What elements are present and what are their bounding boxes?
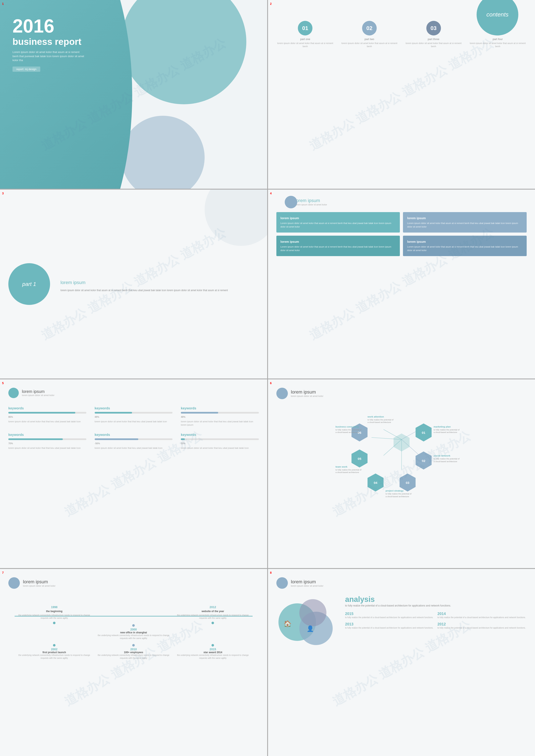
contents-item-3: 03 part three lorem ipsum dolor sit amet… [405, 21, 463, 48]
kw-percent-1: 86% [8, 416, 86, 418]
slide-2-number: 2 [270, 2, 272, 5]
tl-desc-2012: the underlying network connectivity infr… [173, 614, 252, 620]
svg-text:project strategy: project strategy [385, 489, 404, 492]
tl-desc-2002: the underlying network connectivity infr… [14, 654, 94, 660]
svg-text:05: 05 [358, 457, 361, 461]
tl-item-2002: 2002 first product launch the underlying… [14, 644, 94, 660]
tl-event-2012: website of the year [173, 610, 252, 613]
tl-desc-star: the underlying network connectivity infr… [173, 654, 252, 660]
kw-bar-bg-4 [8, 438, 86, 440]
kw-bar-3 [181, 412, 218, 413]
svg-text:to fully realize the potential: to fully realize the potential of [335, 469, 361, 471]
tl-event-2010: 100+ employees [94, 651, 173, 654]
slide-8-number: 8 [270, 571, 272, 574]
slide-8-analysis: analysis to fully realize the potential … [345, 595, 527, 630]
svg-text:a cloud-based architecture: a cloud-based architecture [335, 431, 359, 434]
ay-2015: 2015 to fully realize the potential of a… [345, 612, 435, 619]
tl-year-2015: 2015 [173, 648, 252, 651]
tl-item-2010: 2010 100+ employees the underlying netwo… [94, 644, 173, 660]
tl-year-2000: 2000 [94, 628, 173, 631]
ay-2013: 2013 to fully realize the potential of a… [345, 622, 435, 630]
svg-text:a cloud-based architecture: a cloud-based architecture [434, 431, 457, 434]
slide-5-circle [8, 388, 19, 398]
kw-bar-1 [8, 412, 75, 413]
contents-desc-2: lorem ipsum dolor sit amet kolor that as… [340, 42, 398, 48]
slide-8-title: lorem ipsum [291, 579, 324, 585]
kw-bar-bg-1 [8, 412, 86, 413]
tl-item-2012: 2012 website of the year the underlying … [173, 605, 252, 640]
slide-6-circle [276, 388, 288, 399]
slide-5-title: lorem ipsum [22, 389, 54, 394]
ay-2014: 2014 to fully realize the potential of a… [437, 612, 527, 619]
slide-5-number: 5 [2, 381, 4, 385]
svg-text:02: 02 [422, 459, 425, 462]
tl-year-1998: 1998 [14, 605, 94, 609]
slide-4-box-4-text: Lorem ipsum dolor sit amet kolor that as… [407, 245, 522, 252]
svg-text:to fully realize the potential: to fully realize the potential of [335, 429, 361, 431]
kw-bar-6 [181, 438, 185, 440]
ay-year-2014: 2014 [437, 612, 527, 616]
slide-4-box-2-title: lorem ipsum [407, 216, 522, 220]
slide-1-badge: report: mj design [13, 67, 40, 72]
slide-1-title: business report [13, 37, 255, 47]
kw-item-4: keywords 70% lorem ipsum dolor sit amet … [8, 433, 86, 450]
tl-year-2012: 2012 [173, 605, 252, 609]
svg-text:to fully realize the potential: to fully realize the potential of [434, 429, 459, 431]
analysis-title: analysis [345, 595, 527, 604]
slide-3: 3 part 1 lorem ipsum lorem ipsum dolor s… [0, 189, 267, 378]
slide-1: 1 2016 business report Lorem ipsum dolor… [0, 0, 267, 189]
slide-5-subtitle: lorem ipsum dolor sit amet kolor [22, 394, 54, 397]
tl-event-2000: new office in shanghai [94, 631, 173, 634]
kw-text-3: lorem ipsum dolor sit amet kolor that th… [181, 420, 259, 427]
tl-event-star: star award 2014 [173, 651, 252, 654]
slide-4-small-circle [285, 196, 297, 208]
kw-bar-bg-2 [95, 412, 173, 413]
slide-2: 2 contents 01 part one lorem ipsum dolor… [268, 0, 535, 189]
timeline-line [14, 616, 253, 616]
kw-label-1: keywords [8, 406, 86, 410]
slide-4-box-1-title: lorem ipsum [281, 216, 396, 220]
slide-4-title: lorem ipsum [295, 198, 527, 203]
svg-text:to fully realize the potential: to fully realize the potential of [385, 492, 411, 495]
slide-5-title-area: lorem ipsum lorem ipsum dolor sit amet k… [22, 389, 54, 397]
slide-5-header: lorem ipsum lorem ipsum dolor sit amet k… [8, 388, 259, 398]
svg-text:business consulting: business consulting [335, 425, 358, 428]
kw-bar-bg-3 [181, 412, 259, 413]
slide-4: 4 lorem ipsum lorem ipsum dolor id amet … [268, 189, 535, 378]
svg-text:to fully realize the potential: to fully realize the potential of [368, 419, 393, 421]
svg-text:01: 01 [422, 431, 426, 434]
slide-8: 8 lorem ipsum lorem ipsum dolor sit amet… [268, 569, 535, 756]
contents-item-2: 02 part two lorem ipsum dolor sit amet k… [340, 21, 398, 48]
slide-4-box-3-text: Lorem ipsum dolor sit amet kolor that as… [281, 245, 396, 252]
tl-event-2002: first product launch [14, 651, 94, 654]
ay-text-2012: to fully realize the potential of a clou… [437, 627, 527, 630]
slide-4-number: 4 [270, 192, 272, 195]
slide-7-timeline-area: 1998 the beginning the underlying networ… [8, 605, 259, 660]
slide-8-circles: 🏠 👤 [276, 595, 339, 658]
analysis-subtitle: to fully realize the potential of a clou… [345, 604, 527, 607]
tl-desc-1998: the underlying network connectivity infr… [14, 614, 94, 620]
slide-1-bg-circle-medium [121, 116, 205, 189]
slide-6-header: lorem ipsum lorem ipsum dolor sit amet k… [276, 388, 527, 399]
ay-2012: 2012 to fully realize the potential of a… [437, 622, 527, 630]
svg-text:to fully realize the potential: to fully realize the potential of [434, 458, 459, 460]
ay-year-2012: 2012 [437, 622, 527, 627]
slide-6: 6 lorem ipsum lorem ipsum dolor sit amet… [268, 379, 535, 568]
contents-num-02: 02 [362, 21, 377, 36]
watermark-7: 道格办公 道格办公 道格办公 [0, 569, 267, 756]
kw-bar-5 [95, 438, 138, 440]
slide-4-box-2-text: Lorem ipsum dolor sit amet kolor that as… [407, 221, 522, 228]
slide-6-title-area: lorem ipsum lorem ipsum dolor sit amet k… [291, 389, 324, 397]
slide-6-number: 6 [270, 381, 272, 385]
ay-text-2014: to fully realize the potential of a clou… [437, 616, 527, 619]
contents-part-1: part one [276, 38, 334, 41]
slide-3-part-content: lorem ipsum lorem ipsum dolor sit amet k… [61, 276, 228, 293]
tl-dot-2015 [211, 644, 214, 647]
svg-text:a cloud-based architecture: a cloud-based architecture [335, 471, 359, 473]
slide-6-svg: 01 02 03 04 05 06 marketing plan to ful [276, 406, 527, 506]
slide-3-content: part 1 lorem ipsum lorem ipsum dolor sit… [8, 198, 259, 370]
svg-text:03: 03 [406, 481, 409, 485]
slide-7-number: 7 [2, 571, 4, 574]
kw-percent-2: 48% [95, 416, 173, 418]
slide-7-sub: lorem ipsum dolor sit amet kolor [23, 585, 55, 587]
